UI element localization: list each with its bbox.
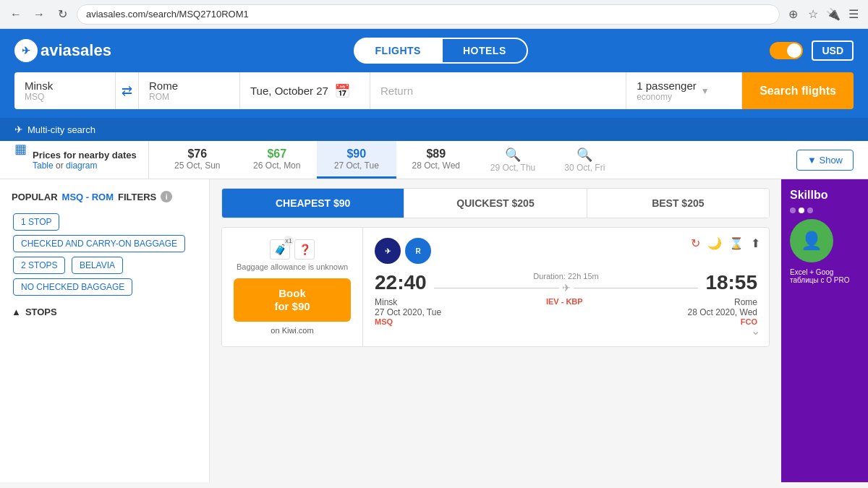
filter-no-baggage[interactable]: NO CHECKED BAGGAGE (13, 278, 132, 296)
origin-date-detail: 27 Oct 2020, Tue (375, 307, 441, 317)
back-button[interactable]: ← (7, 6, 25, 23)
multi-city-bar: ✈ Multi-city search (0, 118, 868, 141)
ad-avatar: 👤 (790, 219, 833, 262)
filter-2-stops[interactable]: 2 STOPS (13, 257, 65, 274)
origin-code-detail: MSQ (375, 317, 441, 326)
dest-date-detail: 28 Oct 2020, Wed (687, 307, 757, 317)
logo-text: aviasales (41, 41, 111, 60)
forward-button[interactable]: → (30, 6, 48, 23)
date-search-4[interactable]: 🔍 29 Oct, Thu (476, 141, 550, 179)
filter-belavia[interactable]: BELAVIA (72, 257, 123, 274)
search-button[interactable]: Search flights (742, 72, 854, 109)
toggle-knob (787, 43, 801, 58)
refresh-icon[interactable]: ↻ (691, 236, 700, 250)
filter-1-stop[interactable]: 1 STOP (13, 213, 59, 231)
stops-chevron-icon: ▲ (12, 307, 21, 317)
route-label: MSQ - ROM (62, 192, 114, 202)
address-bar[interactable]: aviasales.com/search/MSQ2710ROM1 (77, 4, 780, 25)
search-icon-4: 🔍 (505, 147, 521, 163)
destination-field[interactable]: Rome ROM (139, 72, 240, 109)
share-icon[interactable]: ⬆ (751, 236, 760, 250)
sort-best[interactable]: BEST $205 (587, 189, 769, 218)
results-area: CHEAPEST $90 QUICKEST $205 BEST $205 🧳 x… (210, 179, 781, 482)
return-placeholder: Return (380, 85, 413, 97)
origin-field[interactable]: Minsk MSQ (14, 72, 116, 109)
passengers-field[interactable]: 1 passenger economy ▼ (626, 72, 742, 109)
swap-button[interactable]: ⇄ (116, 72, 139, 109)
origin-city: Minsk (25, 80, 105, 92)
filter-baggage[interactable]: CHECKED AND CARRY-ON BAGGAGE (13, 235, 185, 252)
filters-label: FILTERS (118, 192, 156, 202)
origin-code: MSQ (25, 92, 105, 102)
origin-city-detail: Minsk (375, 297, 441, 307)
table-link[interactable]: Table (33, 160, 54, 171)
logo: ✈ aviasales (14, 39, 111, 62)
depart-date-field[interactable]: Tue, October 27 📅 (240, 72, 370, 109)
show-more-button[interactable]: ▼ Show (796, 150, 854, 171)
dest-code: ROM (149, 92, 229, 102)
ad-dot-1 (790, 207, 796, 213)
sidebar-title: POPULAR MSQ - ROM FILTERS i (12, 191, 197, 202)
flight-via: IEV - KBP (546, 297, 583, 306)
or-text: or (56, 160, 66, 171)
browser-chrome: ← → ↻ aviasales.com/search/MSQ2710ROM1 ⊕… (0, 0, 868, 29)
dest-city: Rome (149, 80, 229, 92)
logo-icon: ✈ (14, 39, 38, 62)
ad-sidebar: Skillbo 👤 Excel + Goog таблицы с О PRO (781, 179, 868, 482)
info-icon[interactable]: i (161, 191, 172, 202)
calendar-icon: 📅 (334, 83, 350, 99)
duration-text: Duration: 22h 15m (533, 272, 599, 281)
stops-section[interactable]: ▲ STOPS (12, 307, 197, 317)
date-price-item-1[interactable]: $67 26 Oct, Mon (237, 141, 317, 179)
refresh-button[interactable]: ↻ (54, 6, 71, 23)
main-header: ✈ aviasales FLIGHTS HOTELS USD (0, 29, 868, 72)
flight-action-icons: ↻ 🌙 ⌛ ⬆ (691, 236, 760, 250)
url-text: aviasales.com/search/MSQ2710ROM1 (86, 9, 249, 20)
multi-city-link[interactable]: Multi-city search (27, 124, 95, 135)
book-button[interactable]: Bookfor $90 (234, 278, 351, 322)
menu-icon[interactable]: ☰ (846, 7, 861, 22)
filter-tags: 1 STOP CHECKED AND CARRY-ON BAGGAGE 2 ST… (12, 211, 197, 298)
calendar-grid-icon: ▦ (14, 141, 27, 179)
expand-icon[interactable]: ⌄ (751, 324, 760, 338)
date-price-item-3[interactable]: $89 28 Oct, Wed (396, 141, 476, 179)
dates-price-bar: ▦ Prices for nearby dates Table or diagr… (0, 141, 868, 179)
dark-mode-toggle[interactable] (770, 42, 803, 59)
stops-label: STOPS (25, 307, 57, 317)
sort-quickest[interactable]: QUICKEST $205 (404, 189, 587, 218)
via-codes: IEV - KBP (546, 297, 583, 306)
hourglass-icon[interactable]: ⌛ (729, 236, 744, 250)
currency-button[interactable]: USD (812, 40, 854, 61)
ad-subtitle: Excel + Goog таблицы с О PRO (790, 268, 859, 284)
ad-dot-2 (799, 207, 804, 213)
baggage-info: Baggage allowance is unknown (237, 262, 348, 271)
flight-time-divider: Duration: 22h 15m ✈ (434, 272, 699, 294)
ad-dot-3 (807, 207, 813, 213)
ad-content: Skillbo 👤 Excel + Goog таблицы с О PRO (781, 179, 868, 293)
profile-icon[interactable]: ⊕ (786, 7, 800, 22)
tab-hotels[interactable]: HOTELS (443, 38, 528, 64)
search-icon-5: 🔍 (576, 147, 592, 163)
dest-code-detail: FCO (687, 317, 757, 326)
ad-dots (790, 207, 859, 213)
dates-left: Prices for nearby dates Table or diagram (33, 141, 149, 179)
tab-flights[interactable]: FLIGHTS (354, 38, 443, 64)
flight-times: 22:40 Duration: 22h 15m ✈ 18:55 (375, 271, 757, 294)
date-price-item-2[interactable]: $90 27 Oct, Tue (317, 141, 396, 179)
airline-logo-1: ✈ (375, 238, 401, 264)
date-search-5[interactable]: 🔍 30 Oct, Fri (550, 141, 619, 179)
browser-toolbar: ⊕ ☆ 🔌 ☰ (786, 7, 861, 22)
header-right: USD (770, 40, 854, 61)
diagram-link[interactable]: diagram (66, 160, 97, 171)
moon-icon[interactable]: 🌙 (707, 236, 722, 250)
baggage-icons: 🧳 x1 ❓ (270, 239, 315, 260)
date-price-item-0[interactable]: $76 25 Oct, Sun (158, 141, 237, 179)
baggage-badge-1: x1 (284, 236, 294, 246)
return-date-field[interactable]: Return (370, 72, 626, 109)
sort-cheapest[interactable]: CHEAPEST $90 (222, 189, 404, 218)
book-source: on Kiwi.com (271, 326, 313, 335)
star-icon[interactable]: ☆ (806, 7, 820, 22)
nav-tabs: FLIGHTS HOTELS (126, 38, 756, 64)
ad-avatar-icon: 👤 (801, 231, 822, 251)
extensions-icon[interactable]: 🔌 (826, 7, 841, 22)
